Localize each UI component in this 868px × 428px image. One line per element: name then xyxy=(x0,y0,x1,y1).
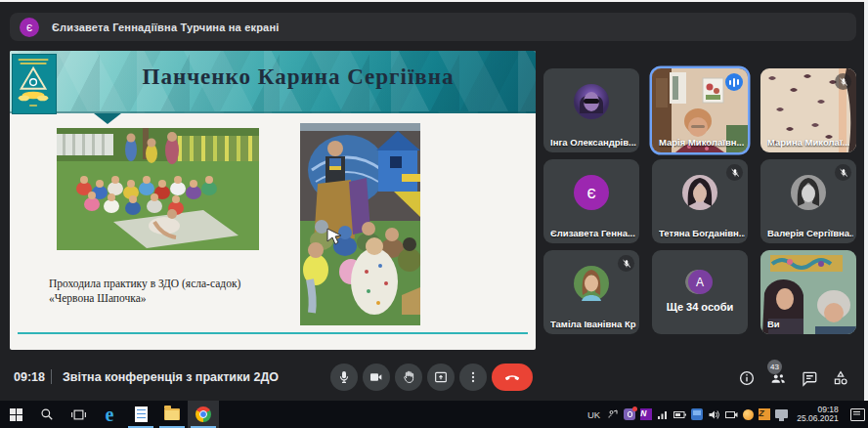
participant-name: Інга Олександрів... xyxy=(550,137,636,148)
participant-name: Марина Миколаї... xyxy=(767,137,849,148)
clock-date: 25.06.2021 xyxy=(797,414,839,424)
volume-icon[interactable] xyxy=(708,409,720,420)
chat-button[interactable] xyxy=(801,369,818,387)
action-center-icon[interactable] xyxy=(850,408,865,421)
speaking-indicator-icon xyxy=(725,73,743,91)
activities-button[interactable] xyxy=(832,369,849,387)
shared-presentation[interactable]: Панченко Карина Сергіївна xyxy=(10,51,536,350)
screen-share-text: Єлизавета Геннадіївна Турчина на екрані xyxy=(52,21,280,33)
google-meet-window: є Єлизавета Геннадіївна Турчина на екран… xyxy=(0,0,868,428)
participant-name: Таміла Іванівна Кр... xyxy=(550,319,636,329)
slide-caption-line1: Проходила практику в ЗДО (ясла-садок) xyxy=(49,277,240,291)
window-top-edge xyxy=(0,0,868,2)
monitor-icon[interactable] xyxy=(775,409,788,418)
screen-share-banner: є Єлизавета Геннадіївна Турчина на екран… xyxy=(10,13,856,41)
display-settings-icon[interactable] xyxy=(691,408,703,420)
more-options-button[interactable] xyxy=(459,364,487,391)
edge-icon: e xyxy=(106,405,114,424)
valeriia-avatar xyxy=(791,175,826,210)
university-logo-icon xyxy=(12,54,57,114)
mic-muted-icon xyxy=(835,164,851,181)
participant-name: Тетяна Богданівн... xyxy=(659,228,745,238)
participant-tile-tetiana[interactable]: Тетяна Богданівн... xyxy=(652,159,748,243)
slide-caption-line2: «Червона Шапочка» xyxy=(49,291,240,306)
overflow-letter-avatar: А xyxy=(688,270,713,294)
word-document-button[interactable] xyxy=(125,401,156,428)
search-icon xyxy=(40,407,54,421)
call-controls xyxy=(330,364,533,391)
end-call-button[interactable] xyxy=(492,364,533,391)
folder-icon xyxy=(164,408,180,420)
task-view-button[interactable] xyxy=(63,401,94,428)
camera-button[interactable] xyxy=(363,364,390,391)
slide-divider-line xyxy=(18,332,528,334)
network-signal-icon[interactable] xyxy=(657,409,669,420)
presenter-avatar-letter: є xyxy=(26,21,32,34)
slide-title: Панченко Карина Сергіївна xyxy=(66,64,530,90)
participant-name: Марія Миколаївн... xyxy=(659,137,744,148)
start-button[interactable] xyxy=(0,401,31,428)
chrome-icon xyxy=(195,407,211,422)
system-tray: UK N Z 09:18 25.06.2021 xyxy=(587,401,865,428)
windows-taskbar: e UK N Z 09:18 25.06.2021 xyxy=(0,401,868,428)
self-label: Ви xyxy=(767,319,780,329)
tetiana-avatar xyxy=(682,175,717,210)
mic-button[interactable] xyxy=(330,364,358,391)
participant-tile-yelyzaveta[interactable]: є Єлизавета Генна... xyxy=(543,159,639,243)
onenote-icon[interactable]: N xyxy=(640,408,652,420)
presenter-avatar: є xyxy=(20,18,39,37)
participants-button[interactable]: 43 xyxy=(769,369,787,387)
participant-tile-marina[interactable]: Марина Миколаї... xyxy=(760,68,856,152)
connect-icon[interactable] xyxy=(607,408,619,420)
overflow-avatars: А xyxy=(652,270,748,294)
divider xyxy=(51,369,52,384)
participant-count-badge: 43 xyxy=(767,360,782,374)
search-button[interactable] xyxy=(31,401,63,428)
mic-muted-icon xyxy=(618,255,634,272)
slide-caption: Проходила практику в ЗДО (ясла-садок) «Ч… xyxy=(49,277,240,306)
file-explorer-button[interactable] xyxy=(156,401,188,428)
tamila-avatar xyxy=(574,266,609,301)
mic-muted-icon xyxy=(835,73,851,90)
meeting-title: Звітна конференція з практики 2ДО xyxy=(63,370,279,384)
document-icon xyxy=(135,407,148,422)
slide-photo-children-lawn xyxy=(57,128,259,250)
battery-icon[interactable] xyxy=(673,410,686,419)
mic-muted-icon xyxy=(726,164,743,181)
taskbar-clock[interactable]: 09:18 25.06.2021 xyxy=(797,406,839,424)
edge-button[interactable]: e xyxy=(94,401,125,428)
participant-grid: Інга Олександрів... Марія Миколаївн. xyxy=(543,68,856,334)
video-device-icon[interactable] xyxy=(725,410,738,419)
participant-tile-tamila[interactable]: Таміла Іванівна Кр... xyxy=(543,250,639,334)
meeting-details-button[interactable] xyxy=(738,369,756,387)
viber-icon[interactable] xyxy=(624,408,635,420)
participant-tile-valeriia[interactable]: Валерія Сергіївна... xyxy=(760,159,856,243)
letter-avatar: є xyxy=(574,175,609,210)
inga-avatar xyxy=(574,84,609,119)
meeting-panel-icons: 43 xyxy=(738,369,849,387)
more-participants-tile[interactable]: А Ще 34 особи xyxy=(652,250,748,334)
window-right-edge xyxy=(864,2,868,401)
participant-tile-inga[interactable]: Інга Олександрів... xyxy=(543,68,639,152)
meeting-time: 09:18 xyxy=(14,370,45,384)
z-app-icon[interactable]: Z xyxy=(759,408,770,420)
more-participants-label: Ще 34 особи xyxy=(652,301,748,313)
task-view-icon xyxy=(71,408,86,421)
present-button[interactable] xyxy=(427,364,455,391)
raise-hand-button[interactable] xyxy=(395,364,422,391)
participant-name: Єлизавета Генна... xyxy=(550,228,635,238)
language-indicator[interactable]: UK xyxy=(587,409,602,420)
participant-tile-maria-active-speaker[interactable]: Марія Миколаївн... xyxy=(652,68,748,152)
self-view-tile[interactable]: Ви xyxy=(760,250,856,334)
participant-name: Валерія Сергіївна... xyxy=(767,228,853,238)
java-update-icon[interactable] xyxy=(743,409,754,420)
slide-header-notch xyxy=(94,113,121,124)
chrome-button[interactable] xyxy=(188,401,219,428)
windows-logo-icon xyxy=(10,408,22,421)
slide-photo-playground xyxy=(300,123,420,325)
